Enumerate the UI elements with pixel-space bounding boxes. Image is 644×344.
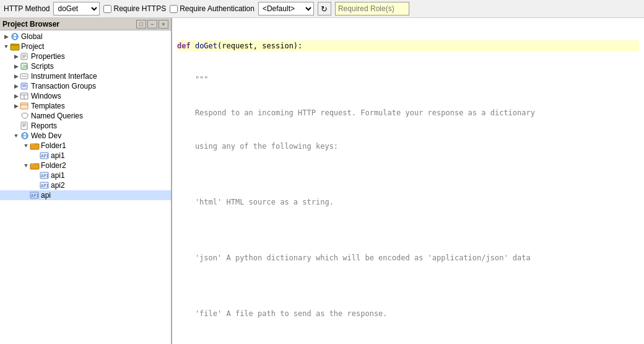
sidebar-header: Project Browser □ − × — [0, 18, 171, 30]
sidebar-header-icons: □ − × — [136, 20, 168, 29]
expand-project[interactable]: ▼ — [2, 43, 10, 50]
restore-button[interactable]: □ — [136, 20, 146, 29]
require-auth-group: Require Authentication — [170, 4, 255, 13]
tree-item-properties[interactable]: ▶ Properties — [0, 51, 171, 61]
folder2-label: Folder2 — [41, 161, 66, 170]
named-queries-icon — [20, 112, 30, 120]
tree-item-api-root[interactable]: API api — [0, 190, 171, 200]
scripts-icon: JS — [20, 62, 30, 71]
code-area[interactable]: def doGet(request, session): """ Respond… — [172, 18, 644, 344]
transaction-groups-label: Transaction Groups — [31, 82, 96, 90]
project-browser: Project Browser □ − × ▶ Global ▼ — [0, 18, 172, 344]
project-icon — [10, 42, 20, 51]
tree-item-instrument-interface[interactable]: ▶ Instrument Interface — [0, 71, 171, 81]
svg-rect-31 — [30, 164, 39, 169]
reports-icon — [20, 121, 30, 130]
api1-folder1-icon: API — [40, 151, 50, 160]
instrument-interface-label: Instrument Interface — [31, 72, 97, 81]
toolbar: HTTP Method doGetdoPostdoPutdoDelete Req… — [0, 0, 644, 18]
api2-folder2-icon: API — [40, 181, 50, 190]
expand-properties[interactable]: ▶ — [12, 53, 20, 60]
tree-item-scripts[interactable]: ▶ JS Scripts — [0, 61, 171, 71]
code-docstring-1: """ — [177, 74, 639, 85]
global-label: Global — [21, 32, 43, 41]
code-docstring-3: using any of the following keys: — [177, 141, 639, 152]
tree-item-windows[interactable]: ▶ Windows — [0, 91, 171, 101]
default-roles-select[interactable]: <Default> — [258, 2, 314, 15]
svg-text:API: API — [41, 174, 49, 179]
expand-web-dev[interactable]: ▼ — [12, 133, 20, 139]
expand-templates[interactable]: ▶ — [12, 103, 20, 109]
main-area: Project Browser □ − × ▶ Global ▼ — [0, 18, 644, 344]
tree-item-folder2[interactable]: ▼ Folder2 — [0, 161, 171, 170]
api2-folder2-label: api2 — [51, 181, 65, 190]
sidebar-title: Project Browser — [2, 20, 59, 29]
api1-folder1-label: api1 — [51, 151, 65, 160]
project-label: Project — [21, 42, 44, 51]
svg-rect-18 — [20, 103, 28, 109]
project-tree: ▶ Global ▼ Project ▶ — [0, 30, 171, 344]
folder2-icon — [30, 161, 40, 170]
http-method-label: HTTP Method — [4, 4, 50, 13]
expand-windows[interactable]: ▶ — [12, 93, 20, 99]
expand-transaction-groups[interactable]: ▶ — [12, 83, 20, 89]
web-dev-icon — [20, 131, 30, 140]
require-https-checkbox[interactable] — [103, 5, 111, 13]
windows-icon — [20, 92, 30, 100]
svg-text:JS: JS — [22, 64, 28, 69]
api-root-icon: API — [30, 191, 40, 200]
api1-folder2-icon: API — [40, 171, 50, 180]
tree-item-api2-folder2[interactable]: API api2 — [0, 180, 171, 190]
global-icon — [10, 32, 20, 41]
tree-item-transaction-groups[interactable]: ▶ Transaction Groups — [0, 81, 171, 91]
templates-label: Templates — [31, 102, 65, 110]
require-https-group: Require HTTPS — [103, 4, 166, 13]
properties-label: Properties — [31, 52, 65, 61]
minimize-button[interactable]: − — [147, 20, 157, 29]
close-button[interactable]: × — [159, 20, 168, 29]
svg-text:API: API — [31, 193, 39, 198]
required-role-input[interactable] — [335, 2, 409, 15]
scripts-label: Scripts — [31, 62, 54, 71]
expand-folder2[interactable]: ▼ — [22, 162, 30, 169]
tree-item-web-dev[interactable]: ▼ Web Dev — [0, 131, 171, 141]
code-def-line: def doGet(request, session): — [177, 40, 639, 51]
transaction-groups-icon — [20, 82, 30, 90]
tree-item-global[interactable]: ▶ Global — [0, 32, 171, 42]
tree-item-api1-folder2[interactable]: API api1 — [0, 170, 171, 180]
code-docstring-7: 'json' A python dictionary which will be… — [177, 252, 639, 263]
tree-item-project[interactable]: ▼ Project — [0, 42, 171, 51]
api-root-label: api — [41, 191, 51, 200]
reports-label: Reports — [31, 121, 57, 130]
windows-label: Windows — [31, 92, 61, 100]
svg-rect-28 — [30, 144, 39, 149]
folder1-label: Folder1 — [41, 141, 66, 150]
code-docstring-2: Respond to an incoming HTTP request. For… — [177, 107, 639, 118]
templates-icon — [20, 102, 30, 110]
expand-global[interactable]: ▶ — [2, 33, 10, 40]
tree-item-templates[interactable]: ▶ Templates — [0, 101, 171, 111]
code-docstring-9: 'file' A file path to send as the respon… — [177, 308, 639, 319]
code-docstring-5: 'html' HTML source as a string. — [177, 196, 639, 208]
web-dev-label: Web Dev — [31, 131, 61, 140]
properties-icon — [20, 52, 30, 61]
named-queries-label: Named Queries — [31, 112, 83, 120]
expand-scripts[interactable]: ▶ — [12, 63, 20, 69]
tree-item-api1-folder1[interactable]: API api1 — [0, 151, 171, 161]
require-https-label: Require HTTPS — [113, 4, 166, 13]
editor-panel: def doGet(request, session): """ Respond… — [172, 18, 644, 344]
http-method-select[interactable]: doGetdoPostdoPutdoDelete — [53, 2, 100, 15]
require-auth-checkbox[interactable] — [170, 5, 178, 13]
require-auth-label: Require Authentication — [180, 4, 255, 13]
refresh-button[interactable]: ↻ — [318, 2, 331, 15]
instrument-interface-icon — [20, 72, 30, 81]
svg-rect-21 — [21, 122, 27, 130]
tree-item-named-queries[interactable]: Named Queries — [0, 111, 171, 121]
tree-item-folder1[interactable]: ▼ Folder1 — [0, 141, 171, 151]
svg-text:API: API — [41, 183, 49, 188]
svg-text:API: API — [41, 154, 49, 159]
expand-instrument-interface[interactable]: ▶ — [12, 73, 20, 79]
expand-folder1[interactable]: ▼ — [22, 143, 30, 149]
code-content: def doGet(request, session): """ Respond… — [172, 18, 644, 344]
tree-item-reports[interactable]: Reports — [0, 121, 171, 131]
